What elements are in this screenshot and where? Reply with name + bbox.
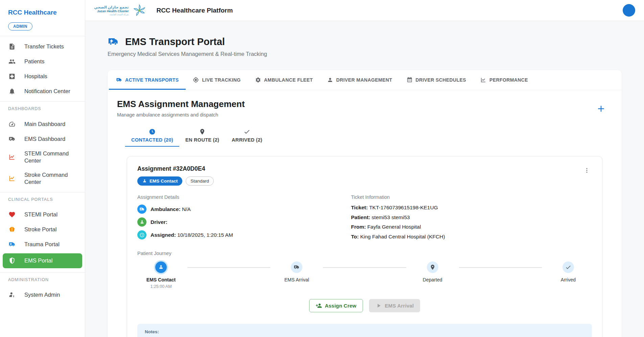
sidebar-item-stroke-command-center[interactable]: Stroke Command Center	[0, 168, 85, 189]
sidebar-item-main-dashboard[interactable]: Main Dashboard	[0, 117, 85, 131]
sidebar: RCC Healthcare ADMIN Transfer Tickets Pa…	[0, 0, 85, 337]
sidebar-item-label: Stroke Command Center	[24, 171, 77, 185]
to-row: To: King Fahad Central Hospital (KFCH)	[351, 234, 592, 240]
logo-english-text: Jazan Health Cluster	[94, 9, 129, 13]
tab-driver-schedules[interactable]: DRIVER SCHEDULES	[399, 70, 474, 90]
tab-performance[interactable]: PERFORMANCE	[473, 70, 535, 90]
sidebar-item-ems-portal[interactable]: EMS Portal	[3, 253, 82, 268]
sidebar-item-notification-center[interactable]: Notification Center	[0, 84, 85, 99]
assignment-card: Assignment #32A0D0E4 EMS Contact Standar…	[127, 156, 602, 337]
ambulance-row: Ambulance: N/A	[137, 205, 351, 214]
section-title-dashboards: DASHBOARDS	[0, 102, 85, 114]
sidebar-item-label: Transfer Tickets	[24, 43, 64, 50]
page-header: EMS Transport Portal	[108, 36, 622, 47]
add-assignment-button[interactable]	[596, 104, 607, 115]
sidebar-item-label: Notification Center	[24, 88, 70, 95]
patient-row: Patient: stemi53 stemi53	[351, 214, 592, 220]
status-tabbar: CONTACTED (20) EN ROUTE (2) ARRIVED (2)	[108, 120, 622, 147]
sidebar-item-ems-dashboard[interactable]: EMS Dashboard	[0, 131, 85, 146]
tab-ambulance-fleet[interactable]: AMBULANCE FLEET	[248, 70, 320, 90]
priority-badge: Standard	[186, 176, 214, 186]
tab-label: DRIVER SCHEDULES	[416, 77, 466, 83]
ambulance-icon	[108, 36, 119, 47]
status-tab-en-route[interactable]: EN ROUTE (2)	[179, 125, 225, 147]
journey-connector	[323, 267, 406, 268]
section-title-clinical-portals: CLINICAL PORTALS	[0, 192, 85, 205]
logo-sub-text: شركة الصحة القابضة	[94, 13, 129, 16]
clock-icon	[137, 230, 146, 239]
from-row: From: Fayfa General Hospital	[351, 224, 592, 230]
play-icon	[375, 302, 382, 309]
ambulance-icon	[137, 205, 146, 214]
sidebar-item-patients[interactable]: Patients	[0, 54, 85, 69]
tab-driver-management[interactable]: DRIVER MANAGEMENT	[320, 70, 399, 90]
journey-step-arrived: Arrived	[548, 261, 589, 282]
sidebar-item-trauma-portal[interactable]: Trauma Portal	[0, 237, 85, 252]
tab-label: LIVE TRACKING	[202, 77, 240, 83]
tab-active-transports[interactable]: ACTIVE TRANSPORTS	[109, 70, 186, 90]
assignment-details-title: Assignment Details	[137, 194, 351, 200]
ambulance-icon	[291, 261, 302, 273]
section-title: EMS Assignment Management	[117, 99, 245, 109]
status-tab-contacted[interactable]: CONTACTED (20)	[125, 125, 179, 147]
sidebar-item-label: EMS Portal	[24, 257, 52, 264]
page-title: EMS Transport Portal	[125, 36, 225, 47]
line-chart-icon	[8, 153, 16, 161]
sidebar-item-stemi-command-center[interactable]: STEMI Command Center	[0, 146, 85, 168]
assign-crew-button[interactable]: Assign Crew	[309, 299, 363, 312]
person-gear-icon	[8, 291, 16, 299]
driver-icon	[137, 217, 146, 227]
sidebar-item-transfer-tickets[interactable]: Transfer Tickets	[0, 39, 85, 54]
sidebar-clinical-nav: STEMI Portal Stroke Portal Trauma Portal…	[0, 205, 85, 272]
journey-step-departed: Departed	[412, 261, 453, 282]
app-title: RCC Healthcare Platform	[156, 7, 233, 14]
clock-icon	[149, 128, 156, 135]
logo-emblem-icon	[132, 3, 147, 18]
top-header: تجمع جازان الصحي Jazan Health Cluster شر…	[85, 0, 644, 21]
document-icon	[8, 43, 16, 50]
sidebar-item-hospitals[interactable]: Hospitals	[0, 69, 85, 84]
location-pin-icon	[427, 261, 438, 273]
person-icon	[155, 261, 167, 273]
transport-portal-card: ACTIVE TRANSPORTS LIVE TRACKING AMBULANC…	[108, 70, 622, 337]
status-tab-label: ARRIVED (2)	[232, 137, 262, 143]
check-icon	[244, 128, 250, 135]
sidebar-primary-nav: Transfer Tickets Patients Hospitals Noti…	[0, 36, 85, 101]
ems-arrival-button[interactable]: EMS Arrival	[369, 299, 420, 312]
page-subtitle: Emergency Medical Services Management & …	[108, 51, 622, 57]
sidebar-item-label: STEMI Command Center	[24, 150, 77, 164]
sidebar-item-stroke-portal[interactable]: Stroke Portal	[0, 222, 85, 237]
card-menu-button[interactable]	[582, 165, 592, 175]
sidebar-item-label: Stroke Portal	[24, 226, 56, 233]
assignment-title: Assignment #32A0D0E4	[137, 165, 214, 172]
patient-journey-stepper: EMS Contact 1:25:00 AM EMS Arrival Depar…	[137, 261, 592, 289]
journey-step-time: 1:25:00 AM	[150, 284, 171, 289]
sidebar-admin-nav: System Admin	[0, 285, 85, 305]
sidebar-item-label: Hospitals	[24, 73, 47, 80]
main-column: تجمع جازان الصحي Jazan Health Cluster شر…	[85, 0, 644, 337]
sidebar-item-label: Trauma Portal	[24, 241, 60, 248]
journey-connector	[459, 267, 542, 268]
user-avatar[interactable]	[623, 4, 635, 17]
assignment-management-header: EMS Assignment Management Manage ambulan…	[108, 90, 622, 120]
check-icon	[562, 261, 574, 273]
journey-step-ems-contact: EMS Contact 1:25:00 AM	[141, 261, 181, 289]
content-area: EMS Transport Portal Emergency Medical S…	[85, 21, 644, 337]
notes-label: Notes:	[145, 329, 584, 334]
status-tab-label: CONTACTED (20)	[131, 137, 173, 143]
ambulance-icon	[8, 135, 16, 143]
sidebar-item-system-admin[interactable]: System Admin	[0, 288, 85, 302]
patient-journey-title: Patient Journey	[137, 251, 592, 256]
admin-role-badge: ADMIN	[8, 22, 32, 30]
assignment-details-column: Assignment Details Ambulance: N/A Driver…	[137, 194, 351, 243]
ticket-information-column: Ticket Information Ticket: TKT-176073961…	[351, 194, 592, 243]
sidebar-item-label: EMS Dashboard	[24, 135, 65, 143]
tab-live-tracking[interactable]: LIVE TRACKING	[186, 70, 248, 90]
journey-connector	[187, 267, 270, 268]
bell-icon	[8, 87, 16, 95]
notes-box: Notes: Auto-created for ticket TKT-17607…	[137, 324, 592, 337]
heart-icon	[8, 211, 16, 218]
logo-arabic-text: تجمع جازان الصحي	[94, 5, 129, 9]
status-tab-arrived[interactable]: ARRIVED (2)	[225, 125, 269, 147]
sidebar-item-stemi-portal[interactable]: STEMI Portal	[0, 207, 85, 222]
